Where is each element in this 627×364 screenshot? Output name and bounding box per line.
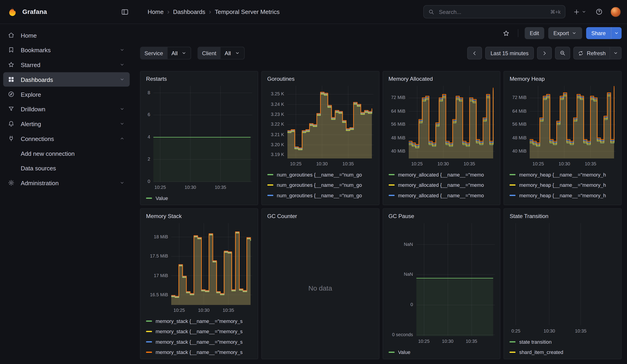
refresh-label: Refresh <box>587 50 606 56</box>
favorite-dashboard-button[interactable] <box>501 28 511 39</box>
sidebar-item-data-sources[interactable]: Data sources <box>3 161 130 175</box>
filter-value-dropdown[interactable]: All <box>167 47 191 59</box>
sidebar-item-bookmarks[interactable]: Bookmarks <box>3 43 130 57</box>
y-axis-tick: 3.20 K <box>267 142 284 147</box>
panel-title[interactable]: GC Counter <box>267 212 373 221</box>
sidebar-item-alerting[interactable]: Alerting <box>3 116 130 131</box>
legend-item[interactable]: memory_stack {__name__="memory_s <box>146 328 252 335</box>
export-button[interactable]: Export <box>548 27 582 39</box>
sidebar-item-home[interactable]: Home <box>3 28 130 42</box>
chevron-down-icon <box>119 121 125 127</box>
legend-item[interactable]: memory_heap {__name__="memory_h <box>510 171 616 178</box>
legend-series-color <box>267 185 273 186</box>
legend-item[interactable]: Value <box>388 349 495 356</box>
chart-plot[interactable]: NaNNaN00 seconds <box>388 221 495 337</box>
bell-icon <box>7 120 15 127</box>
refresh-interval-button[interactable] <box>610 47 622 59</box>
panel-title[interactable]: Memory Heap <box>510 75 616 84</box>
legend-item[interactable]: shard_item_created <box>510 349 616 356</box>
global-search[interactable]: ⌘+k <box>423 5 566 18</box>
legend-label: memory_heap {__name__="memory_h <box>519 193 606 198</box>
sidebar-item-administration[interactable]: Administration <box>3 176 130 190</box>
chart-plot[interactable]: 18 MiB17.5 MiB17 MiB16.5 MiB <box>146 221 252 306</box>
chart-plot[interactable]: 72 MiB64 MiB56 MiB48 MiB40 MiB <box>510 84 616 159</box>
legend-label: num_goroutines {__name__="num_go <box>277 182 362 188</box>
sidebar-item-expander[interactable] <box>119 77 125 82</box>
breadcrumb-separator: › <box>167 8 169 15</box>
legend-label: Value <box>156 196 168 201</box>
legend-item[interactable]: memory_heap {__name__="memory_h <box>510 182 616 188</box>
sidebar-item-expander[interactable] <box>119 47 125 53</box>
legend-item[interactable]: state transition <box>510 338 616 345</box>
panel-title[interactable]: GC Pause <box>388 212 495 221</box>
y-axis-tick: 3.21 K <box>267 132 284 137</box>
sidebar-item-expander[interactable] <box>119 121 125 127</box>
sidebar-item-dashboards[interactable]: Dashboards <box>3 72 130 87</box>
share-dropdown-button[interactable] <box>611 27 622 39</box>
panel-title[interactable]: State Transition <box>510 212 616 221</box>
legend-label: memory_heap {__name__="memory_h <box>519 182 606 188</box>
legend-item[interactable]: Value <box>146 195 252 202</box>
y-axis-tick: 40 MiB <box>510 149 526 153</box>
edit-button[interactable]: Edit <box>525 27 544 39</box>
panel-title[interactable]: Restarts <box>146 75 252 84</box>
timeseries-chart: 3.25 K3.24 K3.23 K3.22 K3.21 K3.20 K3.19… <box>267 84 373 202</box>
chart-plot[interactable]: 86420 <box>146 84 252 183</box>
sidebar-item-expander[interactable] <box>119 62 125 67</box>
add-new-button[interactable] <box>572 7 588 17</box>
time-shift-back-button[interactable] <box>468 47 482 59</box>
share-button[interactable]: Share <box>586 27 611 39</box>
chart-plot[interactable] <box>510 221 616 326</box>
y-axis-tick: 3.25 K <box>267 92 284 96</box>
legend-item[interactable]: memory_allocated {__name__="memo <box>388 182 495 188</box>
panel-title[interactable]: Memory Allocated <box>388 75 495 84</box>
app-body: HomeBookmarksStarredDashboardsExploreDri… <box>0 24 627 364</box>
legend-item[interactable]: memory_allocated {__name__="memo <box>388 192 495 199</box>
legend-item[interactable]: memory_stack {__name__="memory_s <box>146 338 252 345</box>
sidebar-item-drilldown[interactable]: Drilldown <box>3 102 130 116</box>
x-axis-tick: 10:35 <box>342 161 354 166</box>
legend-item[interactable]: num_goroutines {__name__="num_go <box>267 182 373 188</box>
x-axis-tick: 10:35 <box>215 185 226 190</box>
search-input[interactable] <box>438 8 547 15</box>
legend-item[interactable]: memory_stack {__name__="memory_s <box>146 318 252 324</box>
legend-label: memory_heap {__name__="memory_h <box>519 172 606 177</box>
help-button[interactable] <box>594 7 604 17</box>
panel-title[interactable]: Goroutines <box>267 75 373 84</box>
x-axis-tick: 10:25 <box>418 339 429 344</box>
y-axis-tick: 2 <box>146 157 150 161</box>
refresh-button[interactable]: Refresh <box>573 47 610 59</box>
panel-gc-pause: GC PauseNaNNaN00 seconds10:2510:3010:35V… <box>382 208 500 360</box>
sidebar-item-label: Alerting <box>21 120 41 127</box>
export-label: Export <box>553 30 569 36</box>
zoom-out-time-button[interactable] <box>555 47 570 59</box>
legend-item[interactable]: num_goroutines {__name__="num_go <box>267 171 373 178</box>
x-axis-labels: 0:2510:3010:35 <box>510 328 616 335</box>
legend-item[interactable]: memory_stack {__name__="memory_s <box>146 349 252 356</box>
chart-plot[interactable]: 3.25 K3.24 K3.23 K3.22 K3.21 K3.20 K3.19… <box>267 84 373 159</box>
sidebar-item-expander[interactable] <box>119 106 125 112</box>
legend-item[interactable]: memory_heap {__name__="memory_h <box>510 192 616 199</box>
breadcrumb-home[interactable]: Home <box>148 8 164 15</box>
chart-plot[interactable]: 72 MiB64 MiB56 MiB48 MiB40 MiB <box>388 84 495 159</box>
mega-menu-toggle-button[interactable] <box>119 6 130 17</box>
breadcrumb-dashboards[interactable]: Dashboards <box>173 8 206 15</box>
sidebar-item-expander[interactable] <box>119 136 125 141</box>
legend-item[interactable]: memory_allocated {__name__="memo <box>388 171 495 178</box>
legend-item[interactable]: num_goroutines {__name__="num_go <box>267 192 373 199</box>
time-range-picker[interactable]: Last 15 minutes <box>485 47 534 59</box>
sidebar-item-add-new-connection[interactable]: Add new connection <box>3 146 130 160</box>
user-avatar[interactable] <box>611 7 621 17</box>
panel-title[interactable]: Memory Stack <box>146 212 252 221</box>
sidebar-item-expander[interactable] <box>119 180 125 186</box>
legend-series-color <box>267 174 273 175</box>
sidebar-item-starred[interactable]: Starred <box>3 57 130 72</box>
time-shift-forward-button[interactable] <box>537 47 552 59</box>
brand-title: Grafana <box>22 8 47 15</box>
zoom-out-icon <box>559 50 566 56</box>
sidebar-item-connections[interactable]: Connections <box>3 131 130 146</box>
breadcrumb-separator: › <box>209 8 211 15</box>
filter-value-dropdown[interactable]: All <box>221 47 244 59</box>
x-axis-labels: 10:2510:3010:35 <box>510 160 616 168</box>
sidebar-item-explore[interactable]: Explore <box>3 87 130 102</box>
